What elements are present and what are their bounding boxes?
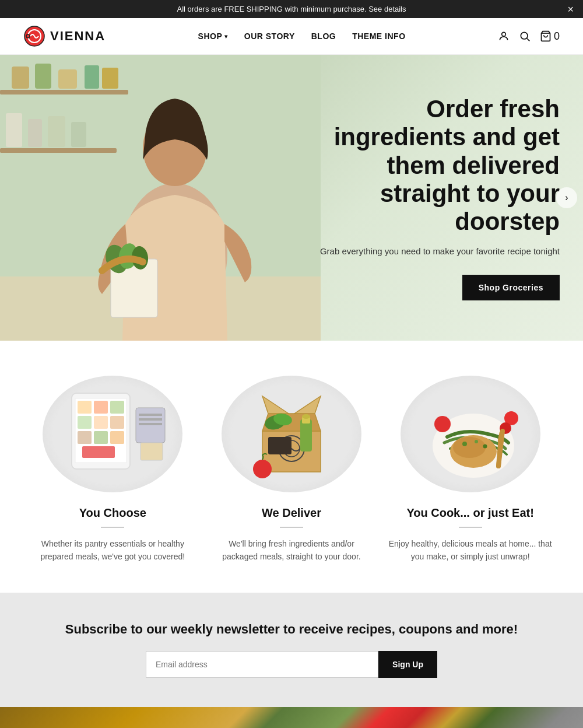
- svg-rect-12: [58, 69, 77, 89]
- svg-rect-18: [71, 122, 86, 147]
- svg-rect-9: [0, 148, 117, 153]
- feature-2-divider: [280, 527, 303, 528]
- svg-rect-8: [0, 90, 128, 94]
- svg-point-55: [462, 442, 467, 446]
- newsletter-section: Subscribe to our weekly newsletter to re…: [0, 593, 583, 707]
- svg-rect-15: [6, 113, 22, 147]
- svg-point-58: [434, 416, 451, 432]
- svg-rect-35: [94, 431, 108, 444]
- hero-content: Order fresh ingredients and get them del…: [315, 95, 560, 300]
- hero-subtitle: Grab everything you need to make your fa…: [315, 245, 560, 258]
- svg-rect-11: [35, 64, 51, 89]
- email-input[interactable]: [146, 651, 378, 678]
- features-section: You Choose Whether its pantry essentials…: [0, 341, 583, 593]
- chevron-down-icon: ▾: [224, 33, 228, 40]
- feature-you-choose: You Choose Whether its pantry essentials…: [31, 376, 194, 564]
- newsletter-form: Sign Up: [146, 651, 437, 678]
- newsletter-title: Subscribe to our weekly newsletter to re…: [23, 622, 560, 637]
- announcement-close-button[interactable]: ×: [567, 4, 574, 15]
- feature-image-2: [222, 376, 361, 492]
- svg-rect-33: [110, 416, 124, 429]
- feature-1-title: You Choose: [79, 506, 146, 520]
- nav-shop[interactable]: SHOP ▾: [198, 32, 228, 41]
- svg-point-54: [453, 437, 486, 458]
- svg-rect-50: [268, 437, 292, 454]
- svg-rect-39: [139, 414, 162, 416]
- cart-icon: [540, 30, 552, 42]
- svg-rect-42: [141, 443, 163, 460]
- feature-2-desc: We'll bring fresh ingredients and/or pac…: [210, 537, 373, 564]
- nav-blog[interactable]: BLOG: [311, 32, 336, 41]
- main-nav: SHOP ▾ OUR STORY BLOG THEME INFO: [198, 32, 406, 41]
- cart-count: 0: [554, 30, 560, 43]
- feature-1-divider: [101, 527, 124, 528]
- svg-point-2: [26, 34, 30, 38]
- feature-image-3: [401, 376, 540, 492]
- svg-line-64: [498, 437, 501, 466]
- svg-point-3: [502, 32, 506, 36]
- feature-2-title: We Deliver: [262, 506, 321, 520]
- logo[interactable]: VIENNA: [23, 25, 106, 47]
- svg-rect-32: [94, 416, 108, 429]
- bottom-food-image: [0, 707, 583, 728]
- header: VIENNA SHOP ▾ OUR STORY BLOG THEME INFO …: [0, 18, 583, 55]
- feature-1-desc: Whether its pantry essentials or healthy…: [31, 537, 194, 564]
- hero-section: Order fresh ingredients and get them del…: [0, 55, 583, 341]
- signup-button[interactable]: Sign Up: [378, 651, 437, 678]
- logo-text: VIENNA: [50, 29, 106, 44]
- we-deliver-illustration: [233, 384, 350, 484]
- svg-rect-40: [139, 418, 162, 421]
- search-button[interactable]: [519, 30, 531, 42]
- svg-point-56: [475, 440, 478, 443]
- svg-line-5: [527, 38, 530, 41]
- hero-illustration: [0, 55, 321, 341]
- header-icons: 0: [498, 30, 560, 43]
- nav-our-story[interactable]: OUR STORY: [244, 32, 295, 41]
- you-choose-illustration: [54, 384, 171, 484]
- search-icon: [519, 30, 531, 42]
- svg-rect-10: [12, 66, 29, 89]
- feature-image-1: [43, 376, 182, 492]
- bottom-food-illustration: [0, 707, 583, 728]
- svg-rect-45: [300, 419, 312, 452]
- svg-rect-30: [110, 401, 124, 414]
- svg-point-57: [483, 444, 487, 449]
- svg-rect-31: [78, 416, 92, 429]
- svg-rect-37: [82, 446, 115, 458]
- svg-rect-14: [102, 68, 118, 89]
- feature-3-divider: [459, 527, 482, 528]
- svg-rect-17: [48, 116, 65, 147]
- announcement-text: All orders are FREE SHIPPING with minimu…: [177, 5, 406, 13]
- svg-rect-34: [78, 431, 92, 444]
- logo-icon: [23, 25, 45, 47]
- svg-point-47: [302, 414, 310, 419]
- feature-we-deliver: We Deliver We'll bring fresh ingredients…: [210, 376, 373, 564]
- announcement-bar: All orders are FREE SHIPPING with minimu…: [0, 0, 583, 18]
- feature-3-desc: Enjoy healthy, delicious meals at home..…: [389, 537, 552, 564]
- feature-you-cook: You Cook... or just Eat! Enjoy healthy, …: [389, 376, 552, 564]
- hero-image: [0, 55, 321, 341]
- hero-next-arrow[interactable]: ›: [556, 187, 577, 208]
- account-icon: [498, 30, 510, 42]
- nav-theme-info[interactable]: THEME INFO: [352, 32, 405, 41]
- cart-button[interactable]: 0: [540, 30, 560, 43]
- shop-groceries-button[interactable]: Shop Groceries: [462, 275, 560, 300]
- svg-rect-13: [85, 65, 99, 89]
- svg-point-51: [253, 460, 272, 478]
- svg-rect-41: [139, 423, 162, 425]
- svg-rect-36: [110, 431, 124, 444]
- svg-rect-29: [94, 401, 108, 414]
- you-cook-illustration: [412, 384, 529, 484]
- svg-point-4: [521, 32, 528, 39]
- feature-3-title: You Cook... or just Eat!: [406, 506, 534, 520]
- hero-title: Order fresh ingredients and get them del…: [315, 95, 560, 236]
- svg-rect-16: [28, 119, 42, 147]
- account-button[interactable]: [498, 30, 510, 42]
- svg-rect-28: [78, 401, 92, 414]
